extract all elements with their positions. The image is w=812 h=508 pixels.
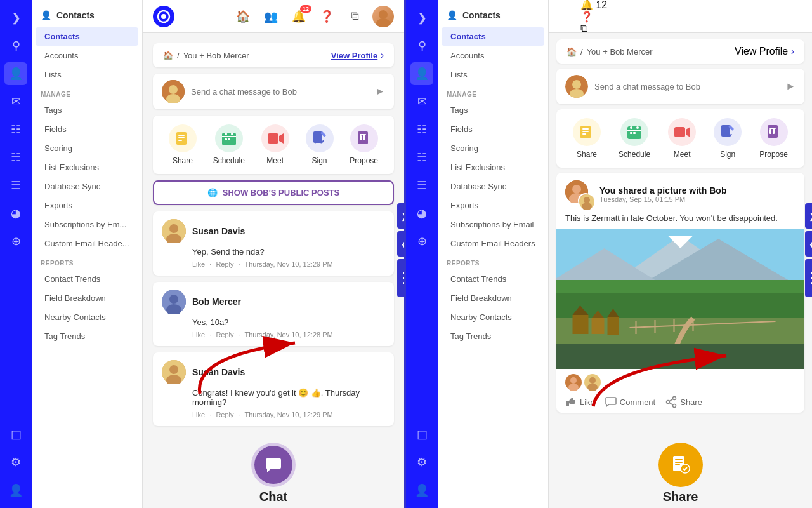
r-nav-item-contacts[interactable]: Contacts	[442, 27, 544, 46]
pie-icon[interactable]: ◕	[4, 202, 27, 225]
dots-menu-button[interactable]	[397, 259, 404, 297]
r-nav-item-list-exclusions[interactable]: List Exclusions	[442, 158, 544, 177]
nav-item-nearby-contacts[interactable]: Nearby Contacts	[36, 308, 138, 326]
r-nav-item-exports[interactable]: Exports	[442, 196, 544, 215]
share-icon-circle[interactable]	[658, 443, 703, 487]
r-pie-icon[interactable]: ◕	[410, 202, 433, 225]
public-posts-button[interactable]: 🌐 SHOW BOB'S PUBLIC POSTS	[153, 180, 394, 205]
chat-icon-circle[interactable]	[254, 446, 292, 484]
settings-icon[interactable]: ⚙	[4, 451, 27, 474]
r-nav-item-lists[interactable]: Lists	[442, 65, 544, 84]
nav-item-contact-trends[interactable]: Contact Trends	[36, 270, 138, 288]
chart-icon[interactable]: ☵	[4, 146, 27, 169]
r-settings-icon[interactable]: ⚙	[410, 451, 433, 474]
r-email-icon[interactable]: ✉	[410, 90, 433, 113]
copy-icon[interactable]: ⧉	[344, 6, 365, 27]
r-plus-circle-icon[interactable]: ⊕	[410, 230, 433, 253]
r-table-icon[interactable]: ☷	[410, 118, 433, 141]
r-help-icon[interactable]: ❓	[580, 11, 607, 23]
nav-item-lists[interactable]: Lists	[36, 65, 138, 84]
r-nav-item-tag-trends[interactable]: Tag Trends	[442, 327, 544, 345]
user-avatar[interactable]	[372, 6, 394, 27]
chat-input[interactable]	[191, 87, 369, 97]
r-collapse-right-button[interactable]: ❯	[805, 203, 812, 229]
r-share-action[interactable]: Share	[573, 118, 601, 159]
svg-marker-18	[279, 133, 284, 144]
r-bell-icon[interactable]: 🔔 12	[580, 0, 607, 11]
expand-icon[interactable]: ❯	[4, 6, 27, 29]
msg-1-like[interactable]: Like	[192, 260, 205, 268]
nav-item-accounts[interactable]: Accounts	[36, 46, 138, 65]
nav-item-email-headers[interactable]: Custom Email Heade...	[36, 234, 138, 253]
help-icon[interactable]: ❓	[317, 6, 337, 27]
msg-3-reply[interactable]: Reply	[216, 411, 233, 418]
contacts-icon[interactable]: 👤	[4, 62, 27, 85]
collapse-left-button[interactable]: ❮	[397, 231, 404, 257]
r-chat-input[interactable]	[594, 82, 779, 91]
r-nav-item-database-sync[interactable]: Database Sync	[442, 177, 544, 196]
r-list-icon[interactable]: ☰	[410, 174, 433, 197]
r-nav-item-accounts[interactable]: Accounts	[442, 46, 544, 65]
r-view-profile-link[interactable]: View Profile ›	[735, 46, 794, 57]
nav-item-list-exclusions[interactable]: List Exclusions	[36, 158, 138, 177]
msg-2-time: Thursday, Nov 10, 12:28 PM	[244, 331, 332, 338]
home-icon[interactable]: 🏠	[233, 6, 253, 27]
r-search-icon[interactable]: ⚲	[410, 34, 433, 57]
collapse-right-button[interactable]: ❯	[397, 203, 404, 229]
nav-item-scoring[interactable]: Scoring	[36, 139, 138, 157]
r-nav-item-fields[interactable]: Fields	[442, 120, 544, 138]
msg-3-like[interactable]: Like	[192, 411, 205, 418]
msg-2-like[interactable]: Like	[192, 331, 205, 338]
share-action[interactable]: Share	[169, 124, 197, 165]
msg-2-reply[interactable]: Reply	[216, 331, 233, 338]
list-icon[interactable]: ☰	[4, 174, 27, 197]
email-icon[interactable]: ✉	[4, 90, 27, 113]
msg-2-header: Bob Mercer	[162, 290, 385, 314]
nav-item-fields[interactable]: Fields	[36, 120, 138, 138]
r-nav-item-tags[interactable]: Tags	[442, 101, 544, 119]
nav-item-tags[interactable]: Tags	[36, 101, 138, 119]
r-nav-item-scoring[interactable]: Scoring	[442, 139, 544, 157]
r-propose-action[interactable]: Propose	[759, 118, 788, 159]
table-icon[interactable]: ☷	[4, 118, 27, 141]
r-copy-icon[interactable]: ⧉	[580, 23, 607, 34]
schedule-action[interactable]: Schedule	[213, 124, 245, 165]
plus-circle-icon[interactable]: ⊕	[4, 230, 27, 253]
r-sign-action[interactable]: Sign	[714, 118, 742, 159]
view-profile-link[interactable]: View Profile ›	[331, 50, 384, 61]
post-share-button[interactable]: Share	[665, 396, 702, 408]
r-expand-icon[interactable]: ❯	[410, 6, 433, 29]
r-user-icon[interactable]: 👤	[410, 479, 433, 502]
users-grid-icon[interactable]: ◫	[4, 423, 27, 446]
nav-item-tag-trends[interactable]: Tag Trends	[36, 327, 138, 345]
r-nav-item-field-breakdown[interactable]: Field Breakdown	[442, 289, 544, 307]
r-nav-item-email-headers[interactable]: Custom Email Headers	[442, 234, 544, 253]
search-icon[interactable]: ⚲	[4, 34, 27, 57]
r-contacts-icon[interactable]: 👤	[410, 62, 433, 85]
propose-action[interactable]: Propose	[350, 124, 378, 165]
r-users-grid-icon[interactable]: ◫	[410, 423, 433, 446]
r-dots-menu-button[interactable]	[805, 259, 812, 297]
nav-item-contacts[interactable]: Contacts	[36, 27, 138, 46]
post-comment-button[interactable]: Comment	[605, 396, 655, 408]
sign-action[interactable]: Sign	[306, 124, 334, 165]
r-meet-action[interactable]: Meet	[668, 118, 696, 159]
r-nav-item-subscriptions[interactable]: Subscriptions by Email	[442, 215, 544, 234]
r-nav-item-nearby-contacts[interactable]: Nearby Contacts	[442, 308, 544, 326]
r-chart-icon[interactable]: ☵	[410, 146, 433, 169]
nav-item-exports[interactable]: Exports	[36, 196, 138, 215]
meet-action[interactable]: Meet	[261, 124, 289, 165]
post-like-button[interactable]: Like	[565, 396, 595, 408]
r-schedule-action[interactable]: Schedule	[619, 118, 650, 159]
nav-item-database-sync[interactable]: Database Sync	[36, 177, 138, 196]
r-send-button[interactable]: ►	[785, 81, 796, 92]
user-icon[interactable]: 👤	[4, 479, 27, 502]
msg-1-reply[interactable]: Reply	[216, 260, 233, 268]
r-nav-item-contact-trends[interactable]: Contact Trends	[442, 270, 544, 288]
people-icon[interactable]: 👥	[261, 6, 281, 27]
r-collapse-left-button[interactable]: ❮	[805, 231, 812, 257]
bell-icon[interactable]: 🔔 12	[289, 6, 309, 27]
nav-item-subscriptions[interactable]: Subscriptions by Em...	[36, 215, 138, 234]
send-button[interactable]: ►	[375, 86, 385, 97]
nav-item-field-breakdown[interactable]: Field Breakdown	[36, 289, 138, 307]
